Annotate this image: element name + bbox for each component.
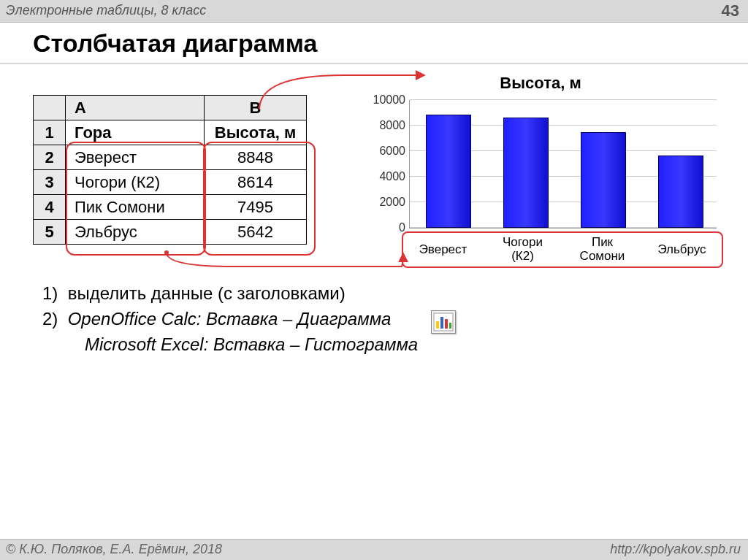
step-1-number: 1) bbox=[42, 283, 58, 303]
bar-elbrus bbox=[658, 156, 703, 228]
row-header-4: 4 bbox=[34, 195, 66, 220]
svg-rect-4 bbox=[445, 319, 448, 329]
chart-title: Высота, м bbox=[358, 74, 723, 93]
row-header-2: 2 bbox=[34, 145, 66, 170]
cell-a5: Эльбрус bbox=[66, 220, 205, 245]
step-1-text: выделить данные (с заголовками) bbox=[68, 283, 346, 303]
cell-b4: 7495 bbox=[205, 195, 307, 220]
ytick-8000: 8000 bbox=[362, 119, 405, 132]
subject-label: Электронные таблицы, 8 класс bbox=[6, 3, 206, 18]
row-header-5: 5 bbox=[34, 220, 66, 245]
cell-a4: Пик Сомони bbox=[66, 195, 205, 220]
slide-title: Столбчатая диаграмма bbox=[33, 29, 317, 58]
chart-plot-area: 0 2000 4000 6000 8000 10000 bbox=[409, 100, 717, 229]
title-underline bbox=[0, 63, 748, 64]
col-header-b: B bbox=[205, 96, 307, 120]
step-1: 1) выделить данные (с заголовками) bbox=[42, 281, 418, 307]
xaxis-labels-outline: Эверест Чогори (К2) Пик Сомони Эльбрус bbox=[402, 231, 723, 268]
ytick-4000: 4000 bbox=[362, 170, 405, 183]
step-2-number: 2) bbox=[42, 309, 58, 329]
corner-cell bbox=[34, 96, 66, 120]
bar-everest bbox=[426, 115, 471, 228]
page-number: 43 bbox=[722, 1, 739, 20]
insert-chart-icon[interactable] bbox=[431, 310, 456, 334]
steps-list: 1) выделить данные (с заголовками) 2) Op… bbox=[42, 281, 418, 357]
cell-a2: Эверест bbox=[66, 145, 205, 170]
cell-b3: 8614 bbox=[205, 170, 307, 195]
row-header-3: 3 bbox=[34, 170, 66, 195]
cell-b2: 8848 bbox=[205, 145, 307, 170]
xlabel-elbrus: Эльбрус bbox=[642, 233, 722, 266]
xlabel-somoni: Пик Сомони bbox=[562, 233, 642, 266]
bar-chogori bbox=[503, 118, 549, 228]
svg-rect-3 bbox=[440, 317, 443, 329]
col-header-a: A bbox=[66, 96, 205, 120]
slide-footer: © К.Ю. Поляков, Е.А. Ерёмин, 2018 http:/… bbox=[0, 539, 748, 560]
author-label: © К.Ю. Поляков, Е.А. Ерёмин, 2018 bbox=[6, 542, 222, 557]
cell-b5: 5642 bbox=[205, 220, 307, 245]
svg-point-0 bbox=[164, 250, 169, 255]
step-2: 2) OpenOffice Calc: Вставка – Диаграмма bbox=[42, 307, 418, 332]
ytick-10000: 10000 bbox=[362, 93, 405, 107]
slide-header: Электронные таблицы, 8 класс 43 bbox=[0, 0, 748, 23]
ytick-2000: 2000 bbox=[362, 196, 405, 209]
bar-chart: Высота, м 0 2000 4000 6000 8000 10000 Эв… bbox=[358, 69, 723, 274]
xlabel-everest: Эверест bbox=[403, 233, 483, 266]
spreadsheet-table: A B 1 Гора Высота, м 2 Эверест 8848 3 Чо… bbox=[33, 95, 307, 245]
svg-rect-2 bbox=[436, 321, 439, 329]
xlabel-chogori: Чогори (К2) bbox=[483, 233, 562, 266]
step-2b: Microsoft Excel: Вставка – Гистограмма bbox=[42, 332, 418, 358]
step-2-ms-rest: : Вставка – Гистограмма bbox=[204, 334, 419, 354]
cell-b1: Высота, м bbox=[205, 120, 307, 145]
row-header-1: 1 bbox=[34, 120, 66, 145]
step-2-oo-rest: : Вставка – Диаграмма bbox=[196, 309, 392, 329]
footer-url: http://kpolyakov.spb.ru bbox=[610, 542, 741, 557]
step-2-openoffice: OpenOffice Calc bbox=[68, 309, 196, 329]
ytick-0: 0 bbox=[362, 221, 405, 234]
ytick-6000: 6000 bbox=[362, 145, 405, 158]
svg-rect-5 bbox=[449, 323, 451, 329]
cell-a1: Гора bbox=[66, 120, 205, 145]
step-2-excel: Microsoft Excel bbox=[85, 334, 204, 354]
cell-a3: Чогори (К2) bbox=[66, 170, 205, 195]
bar-somoni bbox=[581, 132, 626, 228]
